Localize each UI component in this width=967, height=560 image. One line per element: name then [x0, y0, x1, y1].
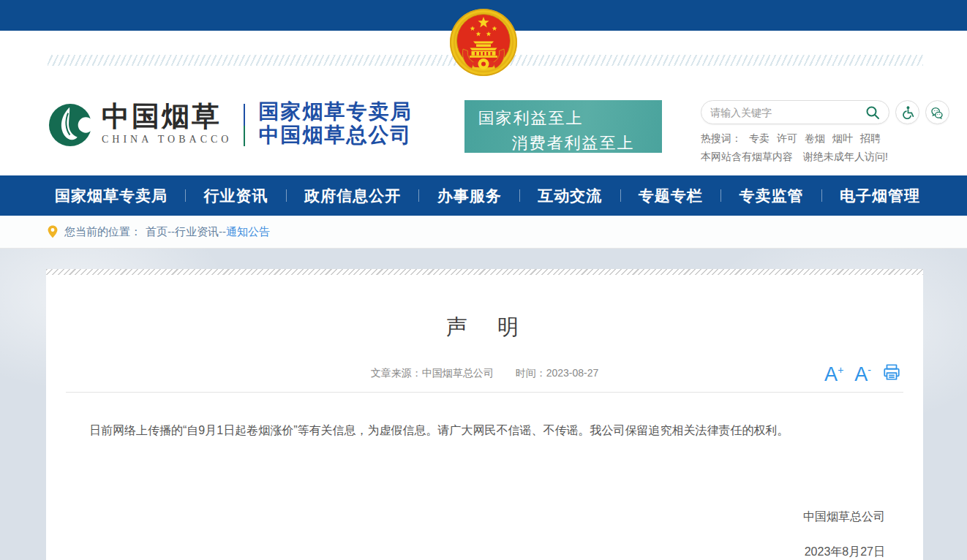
nav-item-special-topics[interactable]: 专题专栏: [639, 186, 703, 206]
wechat-icon: [930, 106, 945, 119]
print-icon[interactable]: [882, 363, 901, 382]
search-box[interactable]: [701, 100, 889, 124]
search-icon[interactable]: [865, 105, 880, 120]
hot-term-juanyan[interactable]: 卷烟: [805, 132, 825, 145]
slogan-line-1: 国家利益至上: [478, 107, 662, 129]
nav-separator: [720, 189, 721, 202]
page-background: 声 明 文章来源：中国烟草总公司时间：2023-08-27 A+ A- 日前网络…: [0, 249, 967, 560]
org-line-2: 中国烟草总公司: [258, 124, 412, 147]
logo-en-text: CHINA TOBACCO: [102, 134, 232, 145]
meta-divider: [66, 392, 903, 393]
nav-separator: [519, 189, 520, 202]
nav-separator: [821, 189, 822, 202]
article-title: 声 明: [46, 313, 923, 342]
article-body: 日前网络上传播的“自9月1日起卷烟涨价”等有关信息，为虚假信息。请广大网民不信谣…: [66, 420, 903, 440]
slogan-line-2: 消费者利益至上: [478, 132, 662, 154]
org-line-1: 国家烟草专卖局: [258, 100, 412, 124]
nav-item-industry-news[interactable]: 行业资讯: [204, 186, 268, 206]
nav-item-ecigarette[interactable]: 电子烟管理: [840, 186, 920, 206]
article-meta-row: 文章来源：中国烟草总公司时间：2023-08-27 A+ A-: [46, 367, 923, 380]
nav-separator: [286, 189, 287, 202]
hot-search-label: 热搜词：: [701, 132, 742, 145]
minor-access-notice: 本网站含有烟草内容 谢绝未成年人访问!: [701, 151, 949, 164]
nav-item-monopoly-supervision[interactable]: 专卖监管: [739, 186, 803, 206]
site-header: 中国烟草 CHINA TOBACCO 国家烟草专卖局 中国烟草总公司 国家利益至…: [0, 31, 967, 175]
breadcrumb: 您当前的位置： 首页--行业资讯-- 通知公告: [0, 216, 967, 249]
time-value: 2023-08-27: [546, 367, 599, 379]
accessibility-icon: [900, 105, 914, 119]
nav-item-gov-info[interactable]: 政府信息公开: [304, 186, 401, 206]
article-signature: 中国烟草总公司: [46, 510, 923, 525]
font-decrease-button[interactable]: A-: [854, 360, 871, 385]
hot-term-yanye[interactable]: 烟叶: [832, 132, 853, 145]
nav-separator: [620, 189, 621, 202]
source-label: 文章来源：: [371, 367, 422, 379]
hot-term-zhuanmai[interactable]: 专卖: [749, 132, 770, 145]
card-top-hatch-decoration: [46, 269, 923, 275]
brand-logo[interactable]: 中国烟草 CHINA TOBACCO: [48, 100, 232, 148]
hot-term-zhaopin[interactable]: 招聘: [860, 132, 881, 145]
font-increase-button[interactable]: A+: [824, 360, 843, 385]
wechat-button[interactable]: [925, 100, 949, 124]
search-input[interactable]: [710, 107, 865, 118]
source-value: 中国烟草总公司: [422, 367, 494, 379]
nav-item-monopoly-bureau[interactable]: 国家烟草专卖局: [55, 186, 168, 206]
nav-separator: [418, 189, 419, 202]
main-nav: 国家烟草专卖局 行业资讯 政府信息公开 办事服务 互动交流 专题专栏 专卖监管 …: [0, 175, 967, 216]
accessibility-button[interactable]: [895, 100, 919, 124]
time-label: 时间：: [516, 367, 546, 379]
breadcrumb-path[interactable]: 首页--行业资讯--: [146, 225, 226, 239]
china-tobacco-leaf-icon: [48, 102, 93, 148]
hot-search-row: 热搜词： 专卖 许可 卷烟 烟叶 招聘: [701, 132, 949, 145]
org-names: 国家烟草专卖局 中国烟草总公司: [258, 100, 412, 147]
hot-term-xuke[interactable]: 许可: [777, 132, 797, 145]
breadcrumb-link-notices[interactable]: 通知公告: [226, 225, 270, 239]
national-emblem-icon: [447, 7, 520, 82]
nav-item-interaction[interactable]: 互动交流: [538, 186, 602, 206]
breadcrumb-prefix: 您当前的位置：: [64, 225, 141, 239]
logo-cn-text: 中国烟草: [102, 100, 232, 132]
nav-item-services[interactable]: 办事服务: [437, 186, 502, 206]
location-pin-icon: [48, 225, 58, 238]
article-card: 声 明 文章来源：中国烟草总公司时间：2023-08-27 A+ A- 日前网络…: [46, 269, 923, 560]
article-date: 2023年8月27日: [46, 545, 923, 560]
header-divider: [244, 104, 245, 146]
slogan-banner: 国家利益至上 消费者利益至上: [464, 100, 662, 153]
nav-separator: [185, 189, 186, 202]
